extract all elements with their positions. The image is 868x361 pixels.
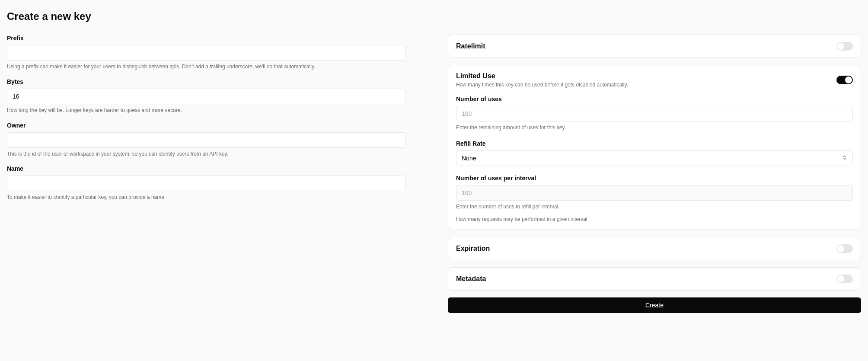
prefix-label: Prefix: [7, 35, 406, 42]
create-button[interactable]: Create: [448, 297, 861, 313]
uses-per-interval-label: Number of uses per interval: [456, 175, 853, 182]
limited-use-card: Limited Use How many times this key can …: [448, 65, 861, 230]
name-field: Name To make it easier to identify a par…: [7, 165, 406, 201]
prefix-help: Using a prefix can make it easier for yo…: [7, 63, 406, 70]
expiration-card: Expiration: [448, 237, 861, 260]
refill-rate-field: Refill Rate None: [456, 140, 853, 166]
name-help: To make it easier to identify a particul…: [7, 194, 406, 201]
bytes-field: Bytes How long the key will be. Longer k…: [7, 78, 406, 114]
metadata-title: Metadata: [456, 275, 486, 283]
bytes-help: How long the key will be. Longer keys ar…: [7, 107, 406, 114]
name-input[interactable]: [7, 176, 406, 191]
expiration-title: Expiration: [456, 245, 490, 252]
refill-rate-select[interactable]: None: [456, 150, 853, 166]
uses-per-interval-field: Number of uses per interval Enter the nu…: [456, 175, 853, 223]
prefix-field: Prefix Using a prefix can make it easier…: [7, 35, 406, 70]
metadata-toggle[interactable]: [836, 275, 853, 283]
metadata-card: Metadata: [448, 267, 861, 291]
page-title: Create a new key: [7, 10, 861, 22]
owner-label: Owner: [7, 122, 406, 129]
expiration-toggle[interactable]: [836, 244, 853, 253]
owner-field: Owner This is the id of the user or work…: [7, 122, 406, 158]
name-label: Name: [7, 165, 406, 172]
bytes-input[interactable]: [7, 89, 406, 104]
uses-per-interval-footnote: How many requests may be performed in a …: [456, 216, 853, 223]
number-of-uses-field: Number of uses Enter the remaining amoun…: [456, 96, 853, 131]
refill-rate-label: Refill Rate: [456, 140, 853, 147]
limited-use-subtitle: How many times this key can be used befo…: [456, 82, 628, 88]
ratelimit-title: Ratelimit: [456, 42, 485, 50]
bytes-label: Bytes: [7, 78, 406, 85]
number-of-uses-label: Number of uses: [456, 96, 853, 102]
ratelimit-toggle[interactable]: [836, 42, 853, 51]
limited-use-toggle[interactable]: [836, 76, 853, 84]
number-of-uses-help: Enter the remaining amount of uses for t…: [456, 124, 853, 131]
owner-input[interactable]: [7, 132, 406, 148]
uses-per-interval-help: Enter the number of uses to refill per i…: [456, 203, 853, 211]
ratelimit-card: Ratelimit: [448, 35, 861, 58]
owner-help: This is the id of the user or workspace …: [7, 150, 406, 158]
uses-per-interval-input[interactable]: [456, 185, 853, 201]
limited-use-title: Limited Use: [456, 72, 628, 80]
prefix-input[interactable]: [7, 45, 406, 61]
number-of-uses-input[interactable]: [456, 106, 853, 121]
